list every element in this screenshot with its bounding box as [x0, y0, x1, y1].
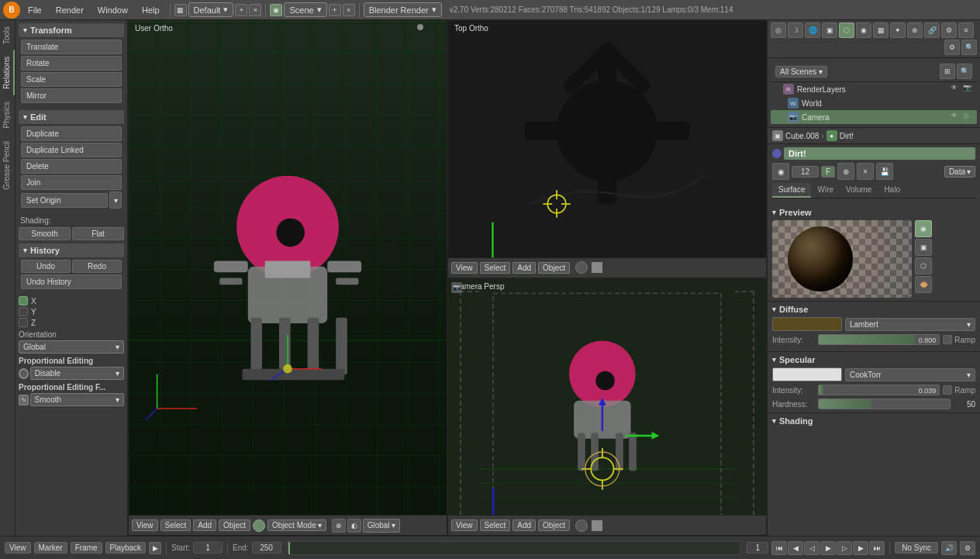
set-origin-btn[interactable]: Set Origin: [21, 193, 108, 208]
rp-render-icon[interactable]: ◎: [771, 22, 786, 38]
prop-edit-dropdown[interactable]: Disable▾: [30, 367, 124, 380]
rp-mesh-icon[interactable]: ⬡: [839, 22, 854, 38]
duplicate-linked-btn[interactable]: Duplicate Linked: [21, 143, 122, 157]
rp-object-icon[interactable]: ▣: [822, 22, 837, 38]
mat-tab-volume[interactable]: Volume: [840, 183, 878, 198]
start-frame-input[interactable]: 1: [193, 542, 223, 554]
preview-plane-btn[interactable]: ▣: [915, 239, 932, 256]
transport-play-btn[interactable]: ▶: [820, 541, 836, 555]
edit-header[interactable]: Edit: [19, 110, 124, 124]
spec-ramp-check[interactable]: [943, 385, 952, 395]
scene-add-icon[interactable]: +: [329, 4, 341, 16]
transport-prev-frame-btn[interactable]: ◁: [804, 541, 820, 555]
rp-data-icon[interactable]: ≡: [958, 22, 974, 38]
mat-copy-icon[interactable]: ⊕: [837, 163, 854, 180]
tab-grease-pencil[interactable]: Grease Pencil: [0, 135, 15, 196]
cv-add-btn[interactable]: Add: [512, 519, 536, 531]
tv-view-btn[interactable]: View: [451, 262, 478, 274]
hardness-slider[interactable]: [818, 399, 951, 409]
bb-marker-btn[interactable]: Marker: [34, 542, 67, 554]
mat-save-icon[interactable]: 💾: [876, 163, 893, 180]
preview-sphere-btn[interactable]: ◉: [915, 220, 932, 237]
engine-dropdown[interactable]: Blender Render▾: [364, 2, 442, 17]
cam-render-icon[interactable]: ◎: [963, 112, 974, 122]
rp-settings-icon[interactable]: ⚙: [944, 40, 960, 55]
preview-header[interactable]: Preview: [772, 208, 975, 217]
flat-btn[interactable]: Flat: [72, 227, 124, 240]
bb-settings-icon[interactable]: ⚙: [960, 541, 975, 555]
tv-object-btn[interactable]: Object: [538, 262, 570, 274]
cam-eye-icon[interactable]: 👁: [951, 112, 961, 122]
menu-render[interactable]: Render: [50, 4, 90, 16]
scale-btn[interactable]: Scale: [21, 72, 122, 87]
screen-dropdown[interactable]: Default▾: [188, 2, 234, 17]
bb-view-btn[interactable]: View: [5, 542, 31, 554]
mat-browse-icon[interactable]: ◉: [772, 163, 789, 180]
cv-object-btn[interactable]: Object: [538, 519, 570, 531]
diffuse-color-swatch[interactable]: [772, 317, 842, 331]
scene-tree-icon1[interactable]: ⊞: [940, 64, 955, 79]
transport-next-frame-btn[interactable]: ▷: [837, 541, 852, 555]
timeline-track[interactable]: [288, 541, 741, 555]
tree-camera[interactable]: 📷 Camera 👁 ◎: [771, 110, 977, 124]
mode-dropdown[interactable]: Object Mode▾: [267, 519, 326, 531]
tv-add-btn[interactable]: Add: [512, 262, 536, 274]
smooth-btn[interactable]: Smooth: [19, 227, 71, 240]
current-frame-input[interactable]: 1: [747, 542, 768, 554]
mat-tab-surface[interactable]: Surface: [772, 183, 811, 198]
menu-window[interactable]: Window: [91, 4, 134, 16]
set-origin-arrow[interactable]: ▾: [109, 192, 122, 209]
end-frame-input[interactable]: 250: [252, 542, 281, 554]
specular-color-swatch[interactable]: [772, 367, 842, 381]
rp-world-icon[interactable]: 🌐: [805, 22, 820, 38]
specular-shader-dropdown[interactable]: CookTorr▾: [845, 368, 975, 381]
bb-playback-btn[interactable]: Playback: [105, 542, 147, 554]
translate-btn[interactable]: Translate: [21, 40, 122, 54]
smooth-falloff-dropdown[interactable]: Smooth▾: [30, 393, 124, 406]
scene-remove-icon[interactable]: ×: [343, 4, 355, 16]
tab-tools[interactable]: Tools: [0, 20, 15, 50]
transport-end-btn[interactable]: ⏭: [869, 541, 885, 555]
vt-add-btn[interactable]: Add: [193, 519, 216, 531]
tab-physics[interactable]: Physics: [0, 95, 15, 134]
orientation-dropdown[interactable]: Global▾: [19, 340, 124, 354]
menu-file[interactable]: File: [22, 4, 48, 16]
redo-btn[interactable]: Redo: [72, 260, 122, 273]
transform-header[interactable]: Transform: [19, 23, 124, 37]
duplicate-btn[interactable]: Duplicate: [21, 126, 122, 141]
tv-select-btn[interactable]: Select: [480, 262, 511, 274]
rl-eye-icon[interactable]: 👁: [951, 84, 961, 95]
diffuse-intensity-slider[interactable]: 0.800: [818, 334, 940, 345]
delete-btn[interactable]: Delete: [21, 159, 122, 174]
bb-audio-icon[interactable]: 🔊: [941, 541, 957, 555]
rp-particle-icon[interactable]: ✦: [890, 22, 906, 38]
vt-object-btn[interactable]: Object: [219, 519, 250, 531]
rp-constraint-icon[interactable]: 🔗: [924, 22, 940, 38]
diffuse-shader-dropdown[interactable]: Lambert▾: [845, 318, 975, 331]
y-checkbox[interactable]: [19, 307, 28, 316]
rl-camera-icon[interactable]: 📷: [963, 84, 974, 95]
x-checkbox[interactable]: [19, 296, 28, 305]
transport-prev-btn[interactable]: ◀: [788, 541, 803, 555]
top-viewport[interactable]: Top Ortho (1) Cube.008 View Select Add O…: [447, 20, 767, 278]
mat-tab-wire[interactable]: Wire: [811, 183, 840, 198]
shading-mat-header[interactable]: Shading: [772, 416, 975, 426]
tree-world[interactable]: W World: [771, 96, 977, 110]
mat-tab-halo[interactable]: Halo: [878, 183, 906, 198]
camera-viewport[interactable]: Camera Persp (1) Cube.008 📷 View Select …: [447, 278, 767, 537]
rp-modifier-icon[interactable]: ⚙: [941, 22, 957, 38]
vt-global-dropdown[interactable]: ⊕: [332, 519, 346, 533]
z-checkbox[interactable]: [19, 318, 28, 327]
preview-monkey-btn[interactable]: 🐵: [915, 276, 932, 293]
screen-icon[interactable]: ▦: [174, 4, 187, 16]
vt-view-btn[interactable]: View: [132, 519, 158, 531]
bb-frame-btn[interactable]: Frame: [71, 542, 102, 554]
scene-tree-icon2[interactable]: 🔍: [957, 64, 972, 79]
vt-shading-btn[interactable]: ◐: [347, 519, 361, 533]
undo-history-btn[interactable]: Undo History: [21, 274, 122, 289]
cv-select-btn[interactable]: Select: [480, 519, 511, 531]
vt-global-mode[interactable]: Global▾: [363, 519, 400, 533]
rp-texture-icon[interactable]: ▦: [873, 22, 889, 38]
history-header[interactable]: History: [19, 243, 124, 257]
mat-delete-icon[interactable]: ×: [857, 163, 874, 180]
